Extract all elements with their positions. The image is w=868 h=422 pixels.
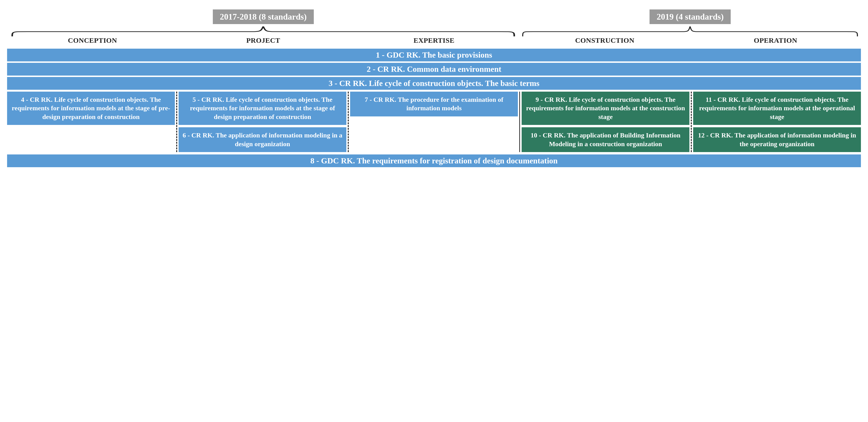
card-11: 11 - CR RK. Life cycle of construction o… — [693, 92, 861, 125]
period-left-holder: 2017-2018 (8 standards) — [7, 9, 519, 24]
card-10: 10 - CR RK. The application of Building … — [522, 127, 689, 152]
diagram-root: 2017-2018 (8 standards) 2019 (4 standard… — [7, 9, 861, 167]
bracket-left — [7, 25, 519, 37]
phase-conception: CONCEPTION — [7, 35, 178, 45]
band-8-registration-design-doc: 8 - GDC RK. The requirements for registr… — [7, 154, 861, 167]
col-conception: 4 - CR RK. Life cycle of construction ob… — [7, 92, 175, 152]
period-label-2017-2018: 2017-2018 (8 standards) — [213, 9, 314, 24]
card-7: 7 - CR RK. The procedure for the examina… — [350, 92, 518, 116]
col-construction: 9 - CR RK. Life cycle of construction ob… — [522, 92, 689, 152]
card-5: 5 - CR RK. Life cycle of construction ob… — [179, 92, 346, 125]
phase-operation: OPERATION — [690, 35, 861, 45]
phase-expertise: EXPERTISE — [349, 35, 520, 45]
card-12: 12 - CR RK. The application of informati… — [693, 127, 861, 152]
col-project: 5 - CR RK. Life cycle of construction ob… — [179, 92, 346, 152]
period-label-2019: 2019 (4 standards) — [650, 9, 731, 24]
card-6: 6 - CR RK. The application of informatio… — [179, 127, 346, 152]
card-9: 9 - CR RK. Life cycle of construction ob… — [522, 92, 689, 125]
cards-grid: 4 - CR RK. Life cycle of construction ob… — [7, 92, 861, 152]
period-labels-row: 2017-2018 (8 standards) 2019 (4 standard… — [7, 9, 861, 24]
period-right-holder: 2019 (4 standards) — [519, 9, 861, 24]
col-operation: 11 - CR RK. Life cycle of construction o… — [693, 92, 861, 152]
phase-project: PROJECT — [178, 35, 349, 45]
bracket-row — [7, 25, 861, 37]
phase-construction: CONSTRUCTION — [519, 35, 690, 45]
band-3-life-cycle-basic-terms: 3 - CR RK. Life cycle of construction ob… — [7, 77, 861, 90]
card-4: 4 - CR RK. Life cycle of construction ob… — [7, 92, 175, 125]
phase-headers: CONCEPTION PROJECT EXPERTISE CONSTRUCTIO… — [7, 35, 861, 45]
band-2-common-data-environment: 2 - CR RK. Common data environment — [7, 63, 861, 76]
bracket-right — [519, 25, 861, 37]
band-1-basic-provisions: 1 - GDC RK. The basic provisions — [7, 49, 861, 61]
col-expertise: 7 - CR RK. The procedure for the examina… — [350, 92, 518, 152]
